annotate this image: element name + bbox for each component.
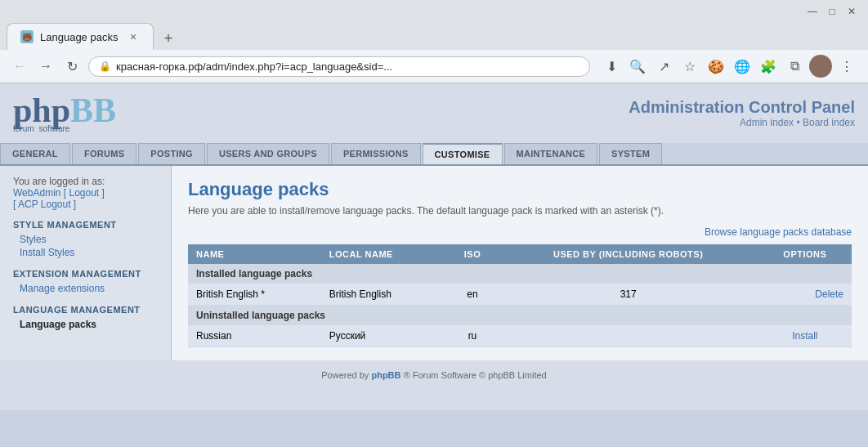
back-btn[interactable]: ← [10, 56, 29, 76]
menu-icon[interactable]: ⋮ [835, 55, 858, 78]
extension-management-title: EXTENSION MANAGEMENT [13, 269, 158, 279]
col-used-by: USED BY (INCLUDING ROBOTS) [499, 244, 758, 264]
active-tab[interactable]: 🐻 Language packs × [7, 23, 154, 50]
language-management-title: LANGUAGE MANAGEMENT [13, 305, 158, 315]
tab-forums[interactable]: FORUMS [72, 143, 136, 164]
uninstalled-section-label: Uninstalled language packs [188, 306, 852, 326]
url-text: красная-горка.рф/adm/index.php?i=acp_lan… [116, 60, 579, 73]
installed-section-label: Installed language packs [188, 264, 852, 284]
acp-title: Administration Control Panel [629, 98, 855, 117]
tab-posting[interactable]: POSTING [138, 143, 205, 164]
lang-option-delete: Delete [758, 284, 852, 306]
table-row: British English * British English en 317… [188, 284, 852, 306]
tab-users-groups[interactable]: USERS AND GROUPS [207, 143, 329, 164]
admin-index-link[interactable]: Admin index [740, 117, 794, 128]
close-btn[interactable]: ✕ [845, 5, 858, 18]
acp-links: Admin index • Board index [629, 117, 855, 128]
board-index-link[interactable]: Board index [803, 117, 855, 128]
language-management-section: LANGUAGE MANAGEMENT Language packs [13, 305, 158, 331]
lang-used-by: 317 [499, 284, 758, 306]
tab-customise[interactable]: CUSTOMISE [423, 143, 503, 164]
url-bar[interactable]: 🔒 красная-горка.рф/adm/index.php?i=acp_l… [88, 56, 590, 77]
tab-close-btn[interactable]: × [127, 30, 140, 43]
phpbb-link[interactable]: phpBB [371, 370, 400, 380]
lang-name: British English * [188, 284, 321, 306]
col-name: NAME [188, 244, 321, 264]
language-table: NAME LOCAL NAME ISO USED BY (INCLUDING R… [188, 244, 852, 347]
uninstalled-section-row: Uninstalled language packs [188, 306, 852, 326]
tab-favicon: 🐻 [20, 30, 34, 43]
manage-extensions-link[interactable]: Manage extensions [13, 282, 158, 295]
tab-permissions[interactable]: PERMISSIONS [331, 143, 421, 164]
extension-management-section: EXTENSION MANAGEMENT Manage extensions [13, 269, 158, 295]
lang-iso: en [446, 284, 498, 306]
browse-link-area: Browse language packs database [188, 226, 852, 238]
style-management-section: STYLE MANAGEMENT Styles Install Styles [13, 220, 158, 259]
col-options: OPTIONS [758, 244, 852, 264]
styles-link[interactable]: Styles [13, 233, 158, 246]
sidebar-login-info: You are logged in as: WebAdmin [ Logout … [13, 176, 158, 210]
language-packs-link[interactable]: Language packs [13, 318, 158, 331]
download-icon[interactable]: ⬇ [600, 55, 623, 78]
translate-icon[interactable]: 🌐 [731, 55, 754, 78]
lang-option-install: Install [758, 325, 852, 347]
table-header-row: NAME LOCAL NAME ISO USED BY (INCLUDING R… [188, 244, 852, 264]
username-link[interactable]: WebAdmin [13, 187, 60, 199]
page-title: Language packs [188, 179, 852, 200]
table-row: Russian Русский ru Install [188, 325, 852, 347]
lang-iso-ru: ru [446, 325, 498, 347]
footer-suffix: ® Forum Software © phpBB Limited [404, 370, 547, 380]
logout-link[interactable]: [ Logout ] [64, 187, 105, 199]
acp-logout-link[interactable]: [ ACP Logout ] [13, 199, 76, 210]
delete-link[interactable]: Delete [815, 288, 843, 300]
lang-local-name-ru: Русский [321, 325, 447, 347]
tab-system[interactable]: SYSTEM [599, 143, 662, 164]
logo-software: software [39, 124, 70, 133]
new-tab-btn[interactable]: + [157, 27, 180, 50]
emoji-icon[interactable]: 🍪 [705, 55, 727, 78]
reload-btn[interactable]: ↻ [62, 56, 82, 76]
install-styles-link[interactable]: Install Styles [13, 246, 158, 259]
lang-name-ru: Russian [188, 325, 321, 347]
split-icon[interactable]: ⧉ [783, 55, 806, 78]
lang-local-name: British English [321, 284, 447, 306]
sidebar: You are logged in as: WebAdmin [ Logout … [0, 166, 172, 360]
share-icon[interactable]: ↗ [652, 55, 675, 78]
logged-in-label: You are logged in as: [13, 176, 105, 187]
lock-icon: 🔒 [99, 60, 111, 72]
bookmark-icon[interactable]: ☆ [678, 55, 701, 78]
col-local-name: LOCAL NAME [321, 244, 447, 264]
content-area: Language packs Here you are able to inst… [172, 166, 868, 360]
tab-maintenance[interactable]: MAINTENANCE [504, 143, 598, 164]
install-link[interactable]: Install [792, 330, 817, 342]
maximize-btn[interactable]: □ [825, 5, 839, 18]
col-iso: ISO [446, 244, 498, 264]
lang-used-by-ru [499, 325, 758, 347]
installed-section-row: Installed language packs [188, 264, 852, 284]
phpbb-logo: php BB forum software [13, 93, 116, 133]
style-management-title: STYLE MANAGEMENT [13, 220, 158, 230]
search-icon[interactable]: 🔍 [626, 55, 649, 78]
profile-avatar[interactable] [809, 55, 832, 78]
page-footer: Powered by phpBB ® Forum Software © phpB… [0, 360, 868, 390]
extensions-icon[interactable]: 🧩 [757, 55, 780, 78]
tab-general[interactable]: GENERAL [0, 143, 70, 164]
nav-tabs: GENERAL FORUMS POSTING USERS AND GROUPS … [0, 143, 868, 166]
tab-label: Language packs [40, 31, 118, 43]
minimize-btn[interactable]: — [806, 5, 819, 18]
logo-forum: forum [13, 124, 34, 133]
page-desc: Here you are able to install/remove lang… [188, 205, 852, 217]
forward-btn[interactable]: → [36, 56, 56, 76]
footer-powered-by: Powered by [321, 370, 369, 380]
browse-database-link[interactable]: Browse language packs database [705, 226, 852, 238]
